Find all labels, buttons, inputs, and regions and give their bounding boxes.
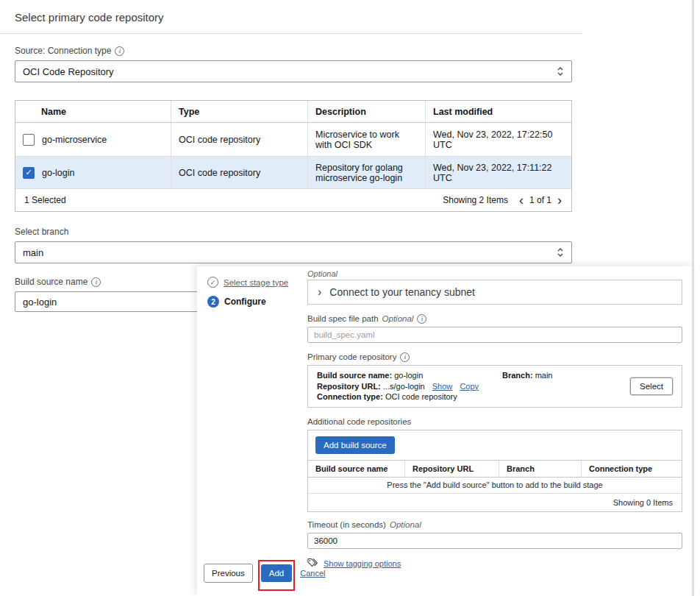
col-branch: Branch (499, 461, 582, 477)
wizard-footer: Previous Add Cancel (204, 564, 325, 583)
table-row[interactable]: ✓ go-login OCI code repository Repositor… (15, 157, 571, 189)
additional-repos-label: Additional code repositories (307, 416, 682, 427)
select-stepper-icon (557, 65, 564, 77)
title-divider (0, 33, 582, 34)
step-label: Configure (224, 297, 266, 307)
col-header-name: Name (15, 101, 171, 122)
connection-type-val: OCI code repository (385, 392, 457, 401)
branch-select[interactable]: main (15, 241, 572, 263)
connection-type-key: Connection type: (317, 392, 383, 401)
select-repo-button[interactable]: Select (630, 377, 673, 395)
showing-items-text: Showing 2 Items (443, 195, 508, 205)
add-button[interactable]: Add (261, 564, 292, 582)
branch-key: Branch: (502, 371, 533, 380)
col-repository-url: Repository URL (405, 461, 499, 477)
step-select-stage-type[interactable]: ✓ Select stage type (207, 277, 304, 288)
prev-page-icon[interactable]: ‹ (518, 194, 524, 207)
subnet-expander[interactable]: › Connect to your tenancy subnet (307, 280, 682, 305)
repo-url-val: ...s/go-login (383, 382, 425, 391)
primary-repo-summary: Build source name: go-login Branch: main… (307, 365, 682, 408)
repository-table: Name Type Description Last modified go-m… (15, 100, 572, 212)
additional-repos-box: Add build source Build source name Repos… (307, 430, 682, 512)
next-page-icon[interactable]: › (557, 194, 562, 207)
step-configure: 2 Configure (207, 296, 304, 308)
step-number-badge: 2 (207, 296, 219, 308)
repo-description: Microservice to work with OCI SDK (315, 130, 418, 150)
timeout-label: Timeout (in seconds) Optional (307, 519, 682, 530)
select-stepper-icon (557, 246, 564, 258)
previous-button[interactable]: Previous (204, 564, 253, 583)
branch-val: main (535, 371, 553, 380)
table-header-row: Name Type Description Last modified (15, 101, 571, 123)
col-build-source-name: Build source name (308, 461, 405, 477)
page-indicator: 1 of 1 (529, 195, 551, 205)
table-footer: 1 Selected Showing 2 Items ‹ 1 of 1 › (15, 189, 571, 211)
branch-value: main (23, 247, 43, 258)
page-edge (692, 0, 694, 596)
primary-repo-label: Primary code repository i (307, 352, 682, 362)
dialog-title: Select primary code repository (0, 0, 582, 33)
select-primary-repo-dialog: Select primary code repository Source: C… (0, 0, 582, 312)
subnet-title: Connect to your tenancy subnet (329, 286, 475, 298)
col-connection-type: Connection type (582, 461, 682, 477)
repo-type: OCI code repository (179, 168, 260, 178)
connection-type-select[interactable]: OCI Code Repository (15, 60, 572, 82)
repo-type: OCI code repository (179, 135, 260, 145)
repo-name: go-login (42, 168, 74, 178)
build-source-name-key: Build source name: (317, 371, 392, 380)
chevron-right-icon: › (318, 286, 321, 298)
showing-items-text: Showing 0 Items (308, 494, 682, 511)
info-icon[interactable]: i (400, 352, 410, 362)
select-branch-label: Select branch (15, 227, 572, 237)
wizard-steps: ✓ Select stage type 2 Configure (207, 277, 304, 308)
check-circle-icon: ✓ (207, 277, 218, 288)
cancel-link[interactable]: Cancel (300, 569, 325, 578)
build-spec-label: Build spec file path Optional i (307, 313, 682, 324)
add-build-source-button[interactable]: Add build source (315, 436, 395, 454)
repo-last-modified: Wed, Nov 23, 2022, 17:11:22 UTC (433, 163, 565, 183)
repo-description: Repository for golang microservice go-lo… (315, 163, 418, 183)
show-tagging-options-link[interactable]: Show tagging options (324, 559, 401, 568)
build-source-name-val: go-login (394, 371, 423, 380)
source-connection-type-label: Source: Connection type i (15, 46, 572, 56)
additional-table-header: Build source name Repository URL Branch … (308, 460, 682, 478)
row-checkbox-checked[interactable]: ✓ (23, 167, 35, 179)
table-row[interactable]: go-microservice OCI code repository Micr… (15, 123, 571, 157)
info-icon[interactable]: i (417, 314, 426, 324)
info-icon[interactable]: i (115, 46, 124, 56)
build-spec-input[interactable] (307, 327, 682, 343)
col-header-type: Type (171, 101, 308, 122)
row-checkbox[interactable] (23, 134, 35, 146)
optional-label: Optional (307, 269, 682, 278)
step-label[interactable]: Select stage type (224, 278, 288, 287)
timeout-input[interactable] (307, 533, 682, 549)
connection-type-value: OCI Code Repository (23, 66, 114, 77)
empty-table-message: Press the "Add build source" button to a… (308, 478, 682, 494)
col-header-description: Description (308, 101, 426, 122)
copy-url-link[interactable]: Copy (460, 382, 479, 391)
info-icon[interactable]: i (91, 277, 101, 287)
repo-last-modified: Wed, Nov 23, 2022, 17:22:50 UTC (433, 130, 565, 150)
selected-count: 1 Selected (24, 195, 66, 205)
configure-stage-panel: ✓ Select stage type 2 Configure Optional… (197, 266, 693, 596)
tagging-options-row: Show tagging options (307, 558, 682, 570)
col-header-last-modified: Last modified (426, 101, 573, 122)
pagination: ‹ 1 of 1 › (518, 194, 562, 207)
repo-name: go-microservice (42, 135, 107, 145)
repo-url-key: Repository URL: (317, 382, 381, 391)
show-url-link[interactable]: Show (432, 382, 453, 391)
